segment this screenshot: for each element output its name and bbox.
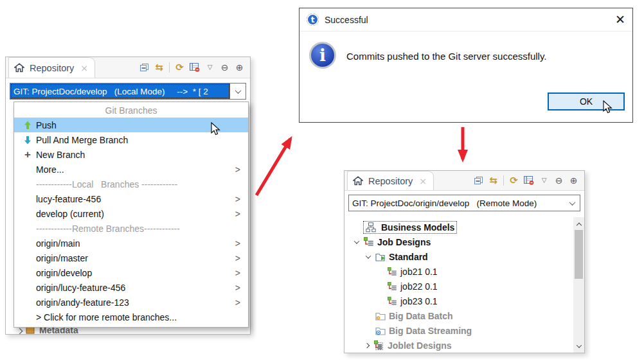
plus-icon: + (19, 148, 36, 161)
tab-label: Repository (30, 63, 74, 73)
refresh-icon[interactable]: ⟳ (175, 63, 184, 73)
menu-item-branch-origin-lucy-feature-456[interactable]: origin/lucy-feature-456 > (14, 280, 248, 295)
tab-repository[interactable]: Repository × (347, 171, 434, 190)
view-toolbar: ⇆ ⟳ ▽ ⊖ ⊕ (139, 57, 250, 78)
view-header: Repository × ⇆ ⟳ ▽ ⊖ ⊕ (344, 171, 584, 191)
dialog-titlebar[interactable]: t Successful ✕ (300, 8, 632, 31)
menu-item-label: Pull And Merge Branch (36, 135, 128, 145)
dialog-message: Commits pushed to the Git server success… (346, 51, 547, 62)
menu-item-new-branch[interactable]: + New Branch (14, 147, 248, 162)
chevron-expanded-icon[interactable] (351, 240, 362, 244)
tree-item-job23[interactable]: job23 0.1 (344, 294, 573, 308)
chevron-down-icon[interactable] (564, 195, 580, 211)
home-icon (353, 176, 363, 186)
branch-label: origin/develop (36, 268, 92, 278)
tree-item-business-models[interactable]: Business Models (344, 220, 573, 234)
tree-item-joblet-designs[interactable]: Joblet Designs (344, 338, 573, 353)
tree-item-job21[interactable]: job21 0.1 (344, 264, 573, 279)
menu-item-branch-origin-main[interactable]: origin/main > (14, 236, 248, 251)
view-toolbar: ⇆ ⟳ ▽ ⊖ ⊕ (474, 171, 584, 190)
tree-item-label: job21 0.1 (400, 267, 438, 277)
chevron-collapsed-icon[interactable] (361, 344, 373, 348)
scroll-up-icon[interactable] (573, 218, 584, 229)
repository-tree: Business Models Job Designs Standard (344, 217, 573, 353)
tree-item-standard[interactable]: Standard (344, 249, 573, 264)
repository-view-remote: Repository × ⇆ ⟳ ▽ ⊖ ⊕ GIT: ProjectDoc/o… (344, 170, 585, 353)
view-header: Repository × ⇆ ⟳ ▽ ⊖ ⊕ (6, 57, 250, 78)
tree-item-label: job23 0.1 (400, 296, 438, 306)
scroll-down-icon[interactable] (573, 341, 584, 351)
refresh-icon[interactable]: ⟳ (509, 176, 519, 186)
close-icon[interactable]: ✕ (615, 13, 625, 26)
dialog-title: Successful (325, 15, 368, 25)
view-menu-icon[interactable]: ▽ (539, 177, 549, 184)
branch-label: origin/lucy-feature-456 (36, 283, 125, 293)
minimize-icon[interactable]: ⊖ (554, 176, 564, 185)
job-icon (386, 267, 398, 276)
submenu-arrow-icon: > (235, 209, 240, 219)
chevron-expanded-icon[interactable] (362, 255, 374, 259)
branch-combobox[interactable]: GIT: ProjectDoc/develop (Local Mode) -->… (10, 83, 246, 100)
ok-button[interactable]: OK (548, 92, 625, 110)
success-dialog: t Successful ✕ i Commits pushed to the G… (299, 8, 633, 123)
close-icon[interactable]: × (419, 177, 427, 186)
mouse-cursor (603, 100, 613, 114)
menu-item-branch-origin-develop[interactable]: origin/develop > (14, 265, 248, 280)
submenu-arrow-icon: > (235, 164, 240, 175)
submenu-arrow-icon: > (235, 268, 240, 278)
toolbar-separator (169, 62, 170, 73)
branch-label: origin/master (36, 253, 88, 263)
view-menu-icon[interactable]: ▽ (205, 64, 215, 71)
tree-item-label: Big Data Streaming (389, 326, 472, 336)
tree-item-label: Big Data Batch (389, 311, 453, 321)
maximize-icon[interactable]: ⊕ (569, 176, 578, 185)
arrow-menu-to-dialog (256, 139, 291, 195)
show-details-icon[interactable] (190, 63, 200, 72)
tab-repository[interactable]: Repository × (8, 57, 95, 78)
menu-item-branch-develop-current[interactable]: develop (current) > (14, 206, 248, 221)
chevron-down-icon[interactable] (230, 84, 246, 99)
menu-item-branch-lucy-feature-456[interactable]: lucy-feature-456 > (14, 191, 248, 206)
scrollbar-thumb[interactable] (575, 230, 583, 279)
job-icon (386, 282, 398, 291)
tree-item-big-data-batch[interactable]: Big Data Batch (344, 308, 573, 323)
collapse-all-icon[interactable] (139, 63, 149, 72)
branch-label: origin/main (36, 238, 80, 249)
toolbar-separator (503, 175, 504, 186)
menu-item-label: More... (36, 164, 64, 175)
branch-label: develop (current) (36, 209, 104, 219)
submenu-arrow-icon: > (235, 238, 240, 249)
menu-item-branch-origin-master[interactable]: origin/master > (14, 251, 248, 265)
tree-item-label: Job Designs (377, 237, 431, 247)
vertical-scrollbar[interactable] (573, 217, 584, 353)
talend-app-icon: t (307, 13, 319, 26)
branch-combobox[interactable]: GIT: ProjectDoc/origin/develop (Remote M… (348, 195, 580, 211)
branch-combobox-value: GIT: ProjectDoc/origin/develop (Remote M… (349, 195, 564, 211)
maximize-icon[interactable]: ⊕ (235, 63, 244, 72)
menu-item-more[interactable]: More... > (14, 162, 248, 177)
mouse-cursor (211, 122, 221, 136)
submenu-arrow-icon: > (235, 194, 240, 204)
menu-separator-local: ------------Local Branches ------------ (14, 177, 248, 191)
minimize-icon[interactable]: ⊖ (220, 63, 229, 72)
menu-item-label: Push (36, 120, 57, 130)
tree-item-job22[interactable]: job22 0.1 (344, 279, 573, 294)
collapse-all-icon[interactable] (474, 176, 483, 185)
tree-item-label: Joblet Designs (388, 340, 452, 351)
tab-label: Repository (368, 176, 413, 186)
menu-item-branch-origin-andy-feature-123[interactable]: origin/andy-feature-123 > (14, 295, 248, 310)
tree-item-big-data-streaming[interactable]: Big Data Streaming (344, 323, 573, 338)
screenshot-canvas: Repository × ⇆ ⟳ ▽ ⊖ ⊕ GIT: ProjectDoc/d… (0, 0, 644, 361)
tree-item-job-designs[interactable]: Job Designs (344, 234, 573, 249)
submenu-arrow-icon: > (235, 253, 240, 263)
show-details-icon[interactable] (524, 176, 534, 185)
job-icon (386, 297, 398, 306)
sync-branches-icon[interactable]: ⇆ (154, 63, 164, 73)
tree-item-label: Standard (389, 252, 428, 262)
business-models-icon (364, 222, 377, 233)
big-data-batch-icon (374, 312, 387, 321)
sync-branches-icon[interactable]: ⇆ (488, 176, 498, 186)
close-icon[interactable]: × (80, 64, 88, 73)
menu-item-more-remote-branches[interactable]: > Click for more remote branches... (14, 310, 248, 324)
repository-view-local: Repository × ⇆ ⟳ ▽ ⊖ ⊕ GIT: ProjectDoc/d… (5, 57, 251, 335)
